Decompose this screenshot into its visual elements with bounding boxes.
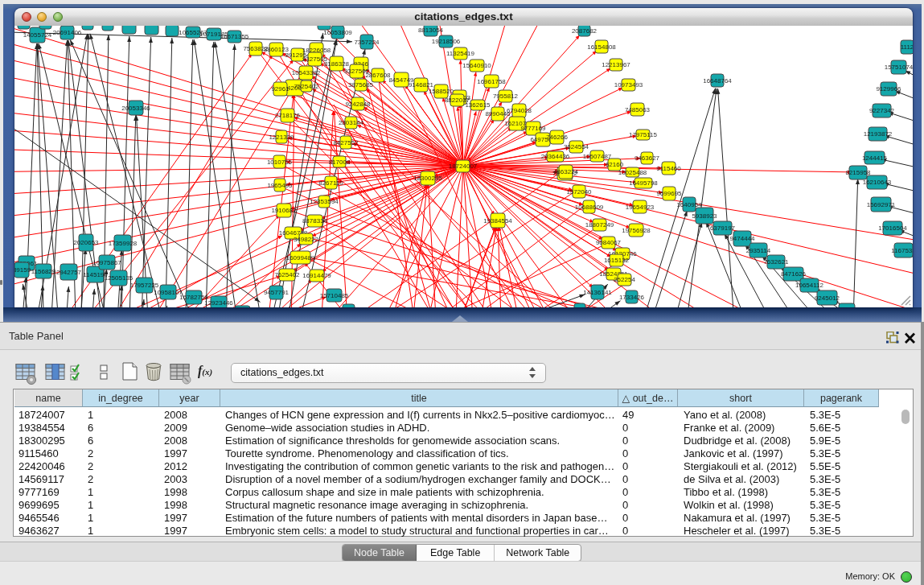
svg-text:92961: 92961 (271, 85, 290, 93)
svg-text:7632621: 7632621 (763, 258, 789, 266)
svg-text:1156829: 1156829 (31, 268, 56, 275)
svg-text:19654923: 19654923 (626, 204, 655, 211)
svg-text:17975115: 17975115 (629, 131, 658, 138)
svg-text:16053809: 16053809 (323, 29, 352, 36)
svg-text:12923446: 12923446 (204, 299, 233, 307)
svg-text:1910682: 1910682 (271, 207, 297, 214)
svg-text:5938923: 5938923 (692, 212, 717, 220)
svg-text:19756928: 19756928 (622, 227, 651, 234)
svg-text:9242848: 9242848 (345, 101, 371, 108)
svg-text:8471626: 8471626 (781, 270, 807, 278)
svg-text:7357224: 7357224 (354, 39, 380, 46)
svg-text:1221339: 1221339 (269, 134, 294, 141)
svg-text:15692971: 15692971 (867, 201, 896, 208)
svg-text:2867608: 2867608 (365, 72, 391, 79)
svg-text:20691406: 20691406 (53, 29, 82, 36)
svg-text:3498222: 3498222 (294, 236, 319, 243)
svg-text:2935114: 2935114 (746, 247, 771, 254)
svg-text:7625402: 7625402 (274, 271, 300, 278)
svg-text:10025488: 10025488 (618, 169, 647, 176)
svg-text:14055724: 14055724 (23, 31, 52, 39)
svg-text:9457791: 9457791 (264, 289, 290, 296)
svg-text:10975867: 10975867 (92, 259, 121, 266)
svg-text:1244415: 1244415 (862, 154, 888, 162)
svg-text:10973493: 10973493 (614, 81, 643, 89)
svg-text:2942757: 2942757 (56, 269, 82, 276)
svg-text:62160: 62160 (606, 161, 624, 168)
svg-text:14136141: 14136141 (583, 289, 612, 296)
svg-text:20364436: 20364436 (541, 153, 570, 160)
svg-text:15710485: 15710485 (320, 292, 349, 299)
svg-text:19384554: 19384554 (483, 217, 512, 225)
svg-text:12353594: 12353594 (310, 198, 339, 205)
svg-text:9227342: 9227342 (869, 107, 895, 114)
svg-text:4863224: 4863224 (553, 168, 579, 175)
svg-text:17359928: 17359928 (109, 240, 138, 247)
svg-text:2087682: 2087682 (572, 27, 598, 35)
svg-text:8267110: 8267110 (318, 179, 343, 187)
svg-text:16210643: 16210643 (863, 179, 892, 186)
svg-text:6794028: 6794028 (507, 107, 532, 114)
svg-text:7525402: 7525402 (294, 83, 319, 90)
svg-text:1362615: 1362615 (465, 101, 491, 109)
svg-text:8427552: 8427552 (333, 139, 359, 146)
svg-text:1572040: 1572040 (566, 188, 592, 196)
svg-text:17016504: 17016504 (878, 225, 907, 232)
svg-text:16154808: 16154808 (587, 43, 616, 51)
svg-text:39159: 39159 (14, 266, 31, 274)
svg-text:9084067: 9084067 (596, 239, 622, 246)
svg-text:9463627: 9463627 (634, 154, 660, 162)
svg-text:252254: 252254 (614, 276, 635, 283)
svg-text:16961758: 16961758 (477, 78, 506, 85)
svg-text:10543382: 10543382 (292, 69, 321, 76)
svg-text:9245012: 9245012 (815, 295, 840, 302)
svg-text:10507487: 10507487 (583, 153, 612, 160)
svg-text:15640910: 15640910 (462, 62, 491, 69)
svg-text:1010755: 1010755 (267, 159, 293, 166)
svg-text:1640954: 1640954 (676, 201, 702, 208)
svg-text:18807249: 18807249 (585, 221, 614, 229)
svg-text:6379197: 6379197 (710, 225, 736, 232)
svg-text:12505135: 12505135 (105, 274, 133, 282)
svg-text:2020653: 2020653 (73, 239, 99, 246)
svg-text:1965495: 1965495 (267, 182, 293, 189)
svg-text:12193872: 12193872 (864, 130, 893, 138)
svg-text:3624554: 3624554 (564, 143, 589, 150)
svg-text:10958107: 10958107 (154, 289, 183, 296)
svg-text:746266: 746266 (546, 134, 568, 141)
svg-text:18724007: 18724007 (449, 163, 478, 170)
svg-text:16914479: 16914479 (302, 272, 331, 279)
svg-text:1615132: 1615132 (604, 257, 630, 264)
svg-text:10654112: 10654112 (795, 282, 824, 289)
svg-text:19218506: 19218506 (432, 38, 461, 45)
svg-text:1733426: 1733426 (619, 294, 645, 301)
svg-text:1112: 1112 (901, 43, 913, 51)
svg-text:10688609: 10688609 (575, 204, 604, 211)
svg-text:2803144: 2803144 (339, 119, 364, 126)
svg-text:16495798: 16495798 (629, 179, 658, 187)
svg-text:15751074: 15751074 (885, 64, 913, 71)
svg-text:16648764: 16648764 (703, 77, 732, 84)
svg-text:1167533: 1167533 (891, 247, 913, 254)
svg-text:7485063: 7485063 (625, 106, 651, 113)
svg-text:8813054: 8813054 (418, 27, 444, 34)
svg-text:9115460: 9115460 (656, 165, 681, 172)
svg-text:8878334: 8878334 (302, 217, 328, 225)
svg-text:9699695: 9699695 (656, 190, 682, 197)
svg-text:8186328: 8186328 (324, 60, 350, 68)
svg-text:3875685: 3875685 (348, 81, 374, 89)
svg-text:18300295: 18300295 (413, 175, 442, 182)
svg-text:8215958: 8215958 (845, 169, 871, 176)
svg-text:12213967: 12213967 (602, 61, 630, 68)
svg-text:9777169: 9777169 (520, 125, 546, 132)
svg-text:9474444: 9474444 (729, 235, 755, 242)
svg-text:9129966: 9129966 (876, 85, 901, 93)
svg-text:817008: 817008 (329, 159, 351, 166)
svg-text:2718176: 2718176 (275, 112, 301, 119)
svg-text:16671355: 16671355 (220, 33, 249, 40)
svg-text:7955812: 7955812 (493, 93, 519, 100)
svg-text:20053346: 20053346 (121, 105, 150, 112)
svg-text:16099489: 16099489 (286, 254, 315, 262)
svg-text:11325419: 11325419 (446, 50, 475, 57)
